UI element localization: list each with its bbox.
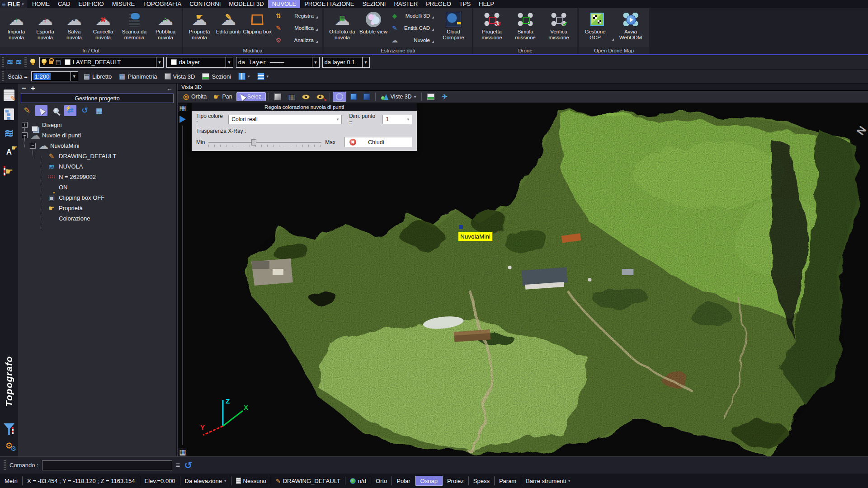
- vista-3d-button[interactable]: Vista 3D: [163, 70, 197, 82]
- scale-dropdown-icon[interactable]: ▼: [71, 71, 78, 81]
- command-input[interactable]: [42, 460, 172, 470]
- dropdown-arrow-icon[interactable]: ▼: [156, 57, 163, 67]
- modifica-button[interactable]: ✎ Modifica: [274, 24, 318, 32]
- tree-item-disegni[interactable]: + Disegni: [18, 120, 176, 130]
- slider-arrow-icon[interactable]: [179, 116, 186, 123]
- refresh-button[interactable]: ↺: [79, 105, 91, 116]
- elevation-mode-select[interactable]: Da elevazione ▾: [180, 476, 231, 485]
- tree-item-nuvolamini[interactable]: − ☁ NuvolaMini: [18, 141, 176, 151]
- bulb-pin-icon[interactable]: [29, 58, 37, 67]
- cloud-compare-button[interactable]: Cloud Compare: [437, 9, 470, 47]
- dialog-title[interactable]: Regola colorazione nuvola di punti: [192, 103, 417, 111]
- cancella-nuvola-button[interactable]: ☁ ✖ Cancella nuvola: [89, 9, 118, 47]
- osnap-toggle[interactable]: Osnap: [415, 476, 443, 486]
- orbita-button[interactable]: ◎ Orbita: [180, 92, 209, 102]
- edita-punti-button[interactable]: ☁ ✎ Edita punti: [214, 9, 243, 47]
- tipo-colore-select[interactable]: Colori reali ▾: [228, 115, 342, 124]
- expand-all-button[interactable]: +: [31, 85, 35, 92]
- esporta-nuvola-button[interactable]: ☁ ↓ Esporta nuvola: [31, 9, 60, 47]
- proprieta-nuvola-button[interactable]: ☁ ☛ Proprietà nuvola: [185, 9, 214, 47]
- filter-tool-button[interactable]: [3, 420, 15, 433]
- wireframe-button[interactable]: [333, 92, 346, 102]
- grid-bottom-icon[interactable]: ▦: [178, 448, 187, 456]
- rows-dropdown-button[interactable]: ▾: [255, 70, 271, 82]
- libretto-button[interactable]: ▤ Libretto: [82, 70, 114, 82]
- cloud-anchor-point[interactable]: [459, 225, 463, 229]
- tree-item-colorazione[interactable]: Colorazione: [18, 213, 176, 224]
- ortofoto-da-nuvola-button[interactable]: ☁ ▤ Ortofoto da nuvola: [326, 9, 359, 47]
- draw-tool-button[interactable]: ✎: [21, 105, 33, 116]
- menu-progettazione[interactable]: PROGETTAZIONE: [300, 0, 358, 8]
- command-history-icon[interactable]: ≡: [176, 461, 181, 470]
- chiudi-button[interactable]: ✖ Chiudi: [344, 137, 412, 147]
- simula-missione-button[interactable]: Simula missione: [509, 9, 542, 47]
- polar-toggle[interactable]: Polar: [392, 476, 415, 485]
- layer-on-icon[interactable]: [42, 59, 47, 66]
- panel-collapse-icon[interactable]: ←: [166, 85, 173, 92]
- sezioni-button[interactable]: Sezioni: [200, 70, 233, 82]
- background-button[interactable]: [272, 93, 284, 101]
- clipping-box-button[interactable]: Clipping box: [243, 9, 272, 47]
- menu-raster[interactable]: RASTER: [390, 0, 422, 8]
- menu-topografia[interactable]: TOPOGRAFIA: [139, 0, 185, 8]
- layer-stack-icon[interactable]: ≋: [7, 57, 13, 67]
- layers-tool-button[interactable]: ≋: [3, 127, 15, 140]
- xray-slider[interactable]: [208, 139, 321, 146]
- active-drawing-indicator[interactable]: ✎ DRAWING_DEFAULT: [271, 476, 345, 485]
- menu-home[interactable]: HOME: [28, 0, 54, 8]
- point-cloud-render[interactable]: [178, 103, 868, 456]
- orto-toggle[interactable]: Orto: [371, 476, 392, 485]
- analizza-button[interactable]: ⚙ Analizza: [274, 37, 318, 44]
- scale-input[interactable]: 1:200: [31, 71, 71, 81]
- viste-3d-button[interactable]: Viste 3D ▾: [378, 92, 419, 101]
- shaded-button[interactable]: [348, 93, 359, 101]
- template-indicator[interactable]: Nessuno: [231, 476, 271, 485]
- collapse-all-button[interactable]: −: [22, 85, 26, 92]
- menu-help[interactable]: HELP: [475, 0, 498, 8]
- spess-toggle[interactable]: Spess: [469, 476, 495, 485]
- menu-nuvole[interactable]: NUVOLE: [268, 0, 300, 8]
- layer-stack2-icon[interactable]: ≋: [15, 57, 21, 67]
- settings-tool-button[interactable]: ⚙: [3, 439, 15, 452]
- lock-icon[interactable]: [49, 61, 53, 64]
- bubble-view-button[interactable]: Bubble view: [359, 9, 388, 47]
- nuvole-button[interactable]: ☁ Nuvole: [391, 37, 434, 44]
- lineweight-select[interactable]: da layer 0.1 ▼: [322, 57, 370, 68]
- world-layers-button[interactable]: ▦: [93, 105, 105, 116]
- salva-nuvola-button[interactable]: ☁ ▪ Salva nuvola: [60, 9, 89, 47]
- gestione-gcp-button[interactable]: Gestione GCP: [580, 9, 614, 47]
- crs-indicator[interactable]: n/d: [345, 476, 371, 485]
- registra-button[interactable]: ⇅ Registra: [274, 12, 318, 19]
- entita-cad-button[interactable]: ✎ Entità CAD: [391, 24, 434, 32]
- cloud-name-label[interactable]: NuvolaMini: [458, 232, 493, 241]
- grid-small-icon[interactable]: ▦: [178, 103, 187, 112]
- toolbar-grip[interactable]: [2, 71, 4, 82]
- linetype-select[interactable]: da layer ———— ▼: [236, 57, 320, 68]
- dropdown-arrow-icon[interactable]: ▼: [362, 57, 369, 67]
- menu-misure[interactable]: MISURE: [108, 0, 139, 8]
- menu-sezioni[interactable]: SEZIONI: [358, 0, 390, 8]
- toolbar-grip[interactable]: [4, 460, 6, 471]
- flyover-button[interactable]: ✈: [439, 91, 450, 103]
- scarica-da-memoria-button[interactable]: Scarica da memoria: [118, 9, 151, 47]
- pan-button[interactable]: ☛ Pan: [211, 92, 235, 102]
- menu-cad[interactable]: CAD: [54, 0, 74, 8]
- tree-item-on[interactable]: ON: [18, 182, 176, 192]
- avvia-webodm-button[interactable]: Avvia WebODM: [614, 9, 647, 47]
- color-select[interactable]: da layer ▼: [166, 57, 233, 68]
- menu-file[interactable]: ≡ FILE ▾: [0, 0, 28, 8]
- visibility-button[interactable]: [299, 94, 312, 100]
- select-tool-button[interactable]: [35, 105, 47, 116]
- structure-tool-button[interactable]: [3, 108, 15, 121]
- dim-punto-select[interactable]: 1 ▾: [382, 115, 412, 124]
- menu-edificio[interactable]: EDIFICIO: [74, 0, 108, 8]
- hide-button[interactable]: [314, 94, 327, 100]
- elevation-indicator[interactable]: Elev.=0.000: [140, 476, 180, 485]
- tree-item-drawing-default[interactable]: ✎ DRAWING_DEFAULT: [18, 151, 176, 161]
- menu-pregeo[interactable]: PREGEO: [422, 0, 455, 8]
- progetta-missione-button[interactable]: ↺ Progetta missione: [475, 9, 509, 47]
- toolbars-menu[interactable]: Barre strumenti ▾: [521, 476, 575, 485]
- tree-item-nuvola[interactable]: ≋ NUVOLA: [18, 161, 176, 172]
- tree-item-point-count[interactable]: ∷∷ N = 26299002: [18, 172, 176, 182]
- menu-tps[interactable]: TPS: [455, 0, 475, 8]
